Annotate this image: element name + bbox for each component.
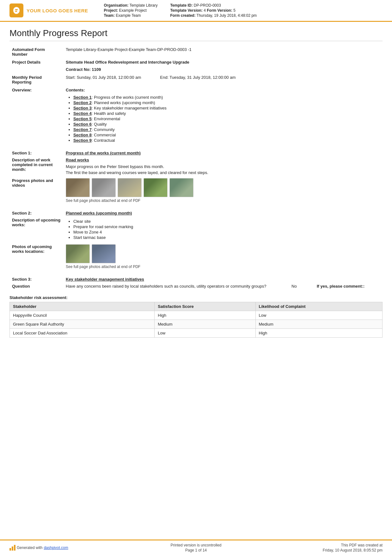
main-content: Monthly Progress Report Automated Form N… xyxy=(0,22,392,539)
page: YOUR LOGO GOES HERE Organisation: Templa… xyxy=(0,0,392,555)
photos-label: Progress photos and videos xyxy=(9,177,63,207)
logo-icon xyxy=(9,3,23,17)
photo-thumb-4 xyxy=(144,178,168,197)
printed-line2: Page 1 of 14 xyxy=(134,548,258,552)
period-row: Monthly Period Reporting Start: Sunday, … xyxy=(9,73,383,86)
stake-header-cell: Satisfaction Score xyxy=(155,302,255,311)
template-version-line: Template Version: 4 Form Version: 5 xyxy=(170,8,257,13)
road-works-desc2: The first the base and wearing courses w… xyxy=(66,170,380,175)
stake-data-cell: Low xyxy=(155,329,255,338)
question-content: Have any concerns been raised by local s… xyxy=(66,284,380,289)
project-line: Project: Example Project xyxy=(104,8,158,13)
photo-thumb-5 xyxy=(169,178,193,197)
upcoming-work-item: Start tarmac base xyxy=(73,235,380,240)
project-details-value: Sitemate Head Office Redevelopment and I… xyxy=(66,60,380,65)
stake-table-body: Happyville CouncilHighLowGreen Square Ra… xyxy=(10,311,383,338)
printed-line1: Printed version is uncontrolled xyxy=(134,543,258,547)
photos-row: Progress photos and videos See full page… xyxy=(9,177,383,207)
stakeholder-section: Stakeholder risk assessment: Stakeholder… xyxy=(9,295,383,338)
form-number-row: Automated Form Number Template Library-E… xyxy=(9,46,383,58)
stake-table-head: StakeholderSatisfaction ScoreLikelihood … xyxy=(10,302,383,311)
question-answer: No xyxy=(291,284,310,289)
footer-link[interactable]: dashpivot.com xyxy=(44,546,68,550)
upcoming-works-list: Clear sitePrepare for road service marki… xyxy=(66,219,380,240)
contents-item: Section 5: Environmental xyxy=(73,116,380,121)
stake-header-row: StakeholderSatisfaction ScoreLikelihood … xyxy=(10,302,383,311)
question-label: Question xyxy=(9,282,63,292)
photo-thumb-3 xyxy=(118,178,142,197)
upcoming-photos-label: Photos of upcoming works locations: xyxy=(9,243,63,273)
project-details-row: Project Details Sitemate Head Office Red… xyxy=(9,58,383,73)
contents-list: Section 1: Progress of the works (curren… xyxy=(66,95,380,143)
section3-label: Section 3: xyxy=(9,273,63,282)
stake-data-cell: Green Square Rail Authority xyxy=(10,320,155,329)
section2-header-row: Section 2: Planned works (upcoming month… xyxy=(9,207,383,216)
upcoming-works-label: Description of upcoming works: xyxy=(9,216,63,243)
stakeholder-title: Stakeholder risk assessment: xyxy=(9,295,383,300)
contents-item: Section 3: Key stakeholder management in… xyxy=(73,106,380,110)
logo-text: YOUR LOGO GOES HERE xyxy=(27,8,88,13)
bar3 xyxy=(14,545,15,551)
stakeholder-table: StakeholderSatisfaction ScoreLikelihood … xyxy=(9,302,383,338)
footer: Generated with dashpivot.com Printed ver… xyxy=(0,539,392,555)
upcoming-photo-thumb-2 xyxy=(92,244,116,263)
contents-item: Section 2: Planned works (upcoming month… xyxy=(73,100,380,105)
section2-label: Section 2: xyxy=(9,207,63,216)
desc-work-label: Description of work completed in current… xyxy=(9,156,63,177)
footer-left: Generated with dashpivot.com xyxy=(9,545,134,551)
contents-item: Section 9: Contractual xyxy=(73,138,380,143)
upcoming-work-item: Clear site xyxy=(73,219,380,224)
contents-item: Section 6: Quality xyxy=(73,122,380,127)
stake-data-cell: High xyxy=(155,311,255,320)
logo-svg xyxy=(12,6,21,15)
generated-text: Generated with xyxy=(17,546,42,550)
photos-caption: See full page photos attached at end of … xyxy=(66,198,380,203)
upcoming-photos-row: Photos of upcoming works locations: See … xyxy=(9,243,383,273)
form-table: Automated Form Number Template Library-E… xyxy=(9,46,383,292)
road-works-desc1: Major progress on the Peter Street bypas… xyxy=(66,164,380,169)
contents-item: Section 8: Commercial xyxy=(73,133,380,137)
form-created-line: Form created: Thursday, 19 July 2018, 4:… xyxy=(170,13,257,18)
report-title: Monthly Progress Report xyxy=(9,28,383,41)
footer-logo: Generated with dashpivot.com xyxy=(9,545,68,551)
template-id-line: Template ID: DP-PROD-0003 xyxy=(170,3,257,8)
desc-work-row: Description of work completed in current… xyxy=(9,156,383,177)
contents-item: Section 4: Health and safety xyxy=(73,111,380,116)
created-line1: This PDF was created at xyxy=(258,543,383,547)
upcoming-photos-caption: See full page photos attached at end of … xyxy=(66,265,380,269)
stake-header-cell: Likelihood of Complaint xyxy=(255,302,382,311)
period-label: Monthly Period Reporting xyxy=(9,73,63,86)
footer-center: Printed version is uncontrolled Page 1 o… xyxy=(134,543,258,552)
form-number-value: Template Library-Example Project-Example… xyxy=(63,46,383,58)
progress-photos xyxy=(66,178,380,197)
section1-label: Section 1: xyxy=(9,147,63,156)
org-line: Organisation: Template Library xyxy=(104,3,158,8)
section2-title: Planned works (upcoming month) xyxy=(66,211,132,215)
section1-header-row: Section 1: Progress of the works (curren… xyxy=(9,147,383,156)
stake-data-row: Green Square Rail AuthorityMediumMedium xyxy=(10,320,383,329)
upcoming-photos xyxy=(66,244,380,263)
project-details-label: Project Details xyxy=(9,58,63,73)
stake-data-row: Happyville CouncilHighLow xyxy=(10,311,383,320)
question-if-yes: If yes, please comment:: xyxy=(317,284,380,289)
section3-title: Key stakeholder management initiatives xyxy=(66,277,144,282)
stake-data-row: Local Soccer Dad AssociationLowHigh xyxy=(10,329,383,338)
upcoming-work-item: Move to Zone 4 xyxy=(73,230,380,234)
contents-label: Contents: xyxy=(66,88,380,92)
stake-data-cell: Low xyxy=(255,311,382,320)
footer-right: This PDF was created at Friday, 10 Augus… xyxy=(258,543,383,552)
period-start: Start: Sunday, 01 July 2018, 12:00:00 am xyxy=(66,75,141,80)
upcoming-photo-thumb-1 xyxy=(66,244,90,263)
contents-item: Section 1: Progress of the works (curren… xyxy=(73,95,380,100)
section3-header-row: Section 3: Key stakeholder management in… xyxy=(9,273,383,282)
contract-info: Contract No: 1109 xyxy=(66,67,380,72)
form-number-label: Automated Form Number xyxy=(9,46,63,58)
upcoming-works-row: Description of upcoming works: Clear sit… xyxy=(9,216,383,243)
period-dates: Start: Sunday, 01 July 2018, 12:00:00 am… xyxy=(66,75,380,80)
footer-logo-bars xyxy=(9,545,15,551)
upcoming-work-item: Prepare for road service marking xyxy=(73,224,380,229)
team-line: Team: Example Team xyxy=(104,13,158,18)
stake-data-cell: Happyville Council xyxy=(10,311,155,320)
overview-label: Overview: xyxy=(9,86,63,147)
stake-data-cell: Local Soccer Dad Association xyxy=(10,329,155,338)
